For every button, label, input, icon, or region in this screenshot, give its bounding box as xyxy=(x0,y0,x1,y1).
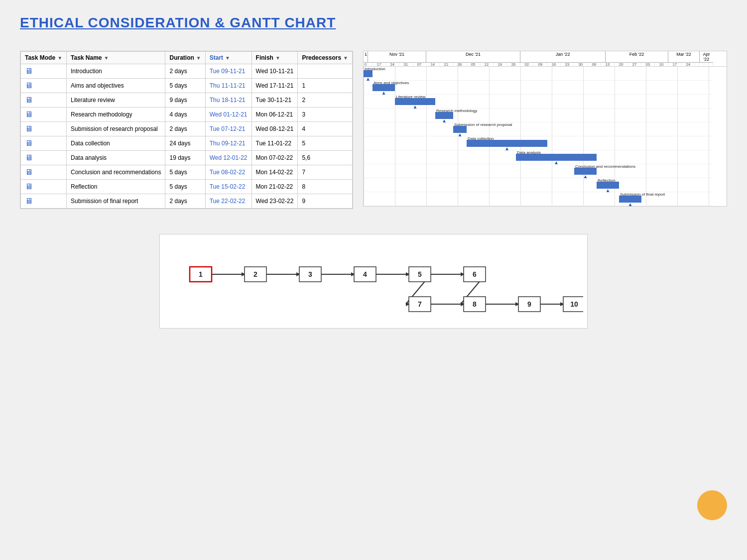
task-start-cell: Wed 12-01-22 xyxy=(205,151,251,165)
gantt-bar-label: Submission of research proposal xyxy=(453,122,513,127)
svg-text:4: 4 xyxy=(363,270,367,278)
svg-text:3: 3 xyxy=(308,270,312,278)
th-finish[interactable]: Finish ▼ xyxy=(251,52,298,64)
gantt-day-cell xyxy=(623,63,628,66)
gantt-day-cell xyxy=(462,63,467,66)
task-name-cell: Data analysis xyxy=(67,151,165,165)
task-start-cell: Tue 15-02-22 xyxy=(205,180,251,194)
gantt-task-row: Introduction xyxy=(364,67,713,81)
gantt-day-cell xyxy=(556,63,561,66)
gantt-day-cell: 24 xyxy=(686,63,691,66)
gantt-day-cell xyxy=(615,63,619,66)
task-mode-icon: 🖥 xyxy=(25,168,33,176)
task-icon-cell: 🖥 xyxy=(21,79,67,93)
gantt-day-cell xyxy=(386,63,390,66)
task-icon-cell: 🖥 xyxy=(21,165,67,180)
task-finish-cell: Mon 07-02-22 xyxy=(251,151,298,165)
th-mode[interactable]: Task Mode ▼ xyxy=(21,52,67,64)
pred-sort-icon[interactable]: ▼ xyxy=(343,55,348,61)
gantt-day-cell xyxy=(476,63,480,66)
gantt-day-cell: 27 xyxy=(632,63,637,66)
table-row: 🖥 Aims and objectives 5 days Thu 11-11-2… xyxy=(21,79,353,93)
task-start-cell: Thu 18-11-21 xyxy=(205,93,251,108)
gantt-day-cell xyxy=(664,63,668,66)
gantt-day-cell: 17 xyxy=(673,63,677,66)
task-duration-cell: 9 days xyxy=(165,93,205,108)
table-row: 🖥 Conclusion and recommendations 5 days … xyxy=(21,165,353,180)
th-pred[interactable]: Predecessors ▼ xyxy=(298,52,353,64)
gantt-day-cell xyxy=(628,63,632,66)
task-pred-cell: 9 xyxy=(298,194,353,209)
gantt-day-cell: 23 xyxy=(565,63,570,66)
gantt-task-row: Research methodology xyxy=(364,109,713,122)
gantt-header-months: 1 Nov '21 Dec '21 Jan '22 Feb '22 Mar '2… xyxy=(364,51,727,63)
svg-text:7: 7 xyxy=(418,300,422,308)
gantt-task-row: Data collection xyxy=(364,136,713,150)
task-name-cell: Introduction xyxy=(67,64,165,79)
task-icon-cell: 🖥 xyxy=(21,151,67,165)
gantt-day-cell xyxy=(682,63,686,66)
gantt-day-cell xyxy=(502,63,507,66)
duration-sort-icon[interactable]: ▼ xyxy=(196,55,201,61)
task-duration-cell: 5 days xyxy=(165,79,205,93)
gantt-day-cell xyxy=(668,63,673,66)
task-start-cell: Tue 07-12-21 xyxy=(205,122,251,136)
task-pred-cell: 1 xyxy=(298,79,353,93)
name-sort-icon[interactable]: ▼ xyxy=(104,55,109,61)
gantt-day-cell xyxy=(637,63,641,66)
svg-text:10: 10 xyxy=(570,300,578,308)
start-sort-icon[interactable]: ▼ xyxy=(225,55,230,61)
svg-text:5: 5 xyxy=(418,270,422,278)
gantt-day-cell xyxy=(422,63,426,66)
gantt-day-cell xyxy=(520,63,525,66)
gantt-day-cell xyxy=(597,63,601,66)
task-pred-cell: 5 xyxy=(298,136,353,151)
th-start[interactable]: Start ▼ xyxy=(205,52,251,64)
table-row: 🖥 Reflection 5 days Tue 15-02-22 Mon 21-… xyxy=(21,180,353,194)
task-name-cell: Research methodology xyxy=(67,108,165,122)
svg-text:6: 6 xyxy=(473,270,477,278)
finish-sort-icon[interactable]: ▼ xyxy=(275,55,280,61)
gantt-bar xyxy=(516,154,597,161)
gantt-day-cell xyxy=(700,63,704,66)
th-duration[interactable]: Duration ▼ xyxy=(165,52,205,64)
gantt-bar xyxy=(395,98,435,105)
task-mode-icon: 🖥 xyxy=(25,124,33,133)
task-pred-cell: 2 xyxy=(298,93,353,108)
gantt-day-cell: 05 xyxy=(471,63,476,66)
gantt-day-cell: 13 xyxy=(606,63,610,66)
task-duration-cell: 4 days xyxy=(165,108,205,122)
gantt-bar xyxy=(597,182,619,189)
mode-sort-icon[interactable]: ▼ xyxy=(57,55,62,61)
task-name-cell: Data collection xyxy=(67,136,165,151)
task-icon-cell: 🖥 xyxy=(21,108,67,122)
gantt-bar-label: Data collection xyxy=(467,136,495,141)
gantt-day-cell: 24 xyxy=(390,63,395,66)
gantt-milestone-marker xyxy=(629,203,632,206)
gantt-bar xyxy=(619,196,641,203)
gantt-bar xyxy=(373,84,395,91)
gantt-task-row: Submission of research proposal xyxy=(364,122,713,136)
task-duration-cell: 5 days xyxy=(165,180,205,194)
task-mode-icon: 🖥 xyxy=(25,139,33,147)
table-row: 🖥 Research methodology 4 days Wed 01-12-… xyxy=(21,108,353,122)
task-finish-cell: Tue 30-11-21 xyxy=(251,93,298,108)
gantt-day-cell: 31 xyxy=(404,63,408,66)
gantt-day-cell xyxy=(583,63,588,66)
gantt-day-cell xyxy=(435,63,440,66)
network-section: 12345678910 xyxy=(20,234,727,329)
task-finish-cell: Wed 08-12-21 xyxy=(251,122,298,136)
gantt-day-cell xyxy=(373,63,377,66)
task-name-cell: Submission of final report xyxy=(67,194,165,209)
table-row: 🖥 Introduction 2 days Tue 09-11-21 Wed 1… xyxy=(21,64,353,79)
task-start-cell: Tue 09-11-21 xyxy=(205,64,251,79)
network-diagram: 12345678910 xyxy=(159,234,588,329)
gantt-day-cell: 03 xyxy=(646,63,650,66)
gantt-day-cell: 28 xyxy=(458,63,462,66)
table-row: 🖥 Submission of research proposal 2 days… xyxy=(21,122,353,136)
gantt-day-cell xyxy=(650,63,655,66)
th-name[interactable]: Task Name ▼ xyxy=(67,52,165,64)
task-icon-cell: 🖥 xyxy=(21,136,67,151)
gantt-day-cell xyxy=(494,63,498,66)
task-start-cell: Tue 08-02-22 xyxy=(205,165,251,180)
